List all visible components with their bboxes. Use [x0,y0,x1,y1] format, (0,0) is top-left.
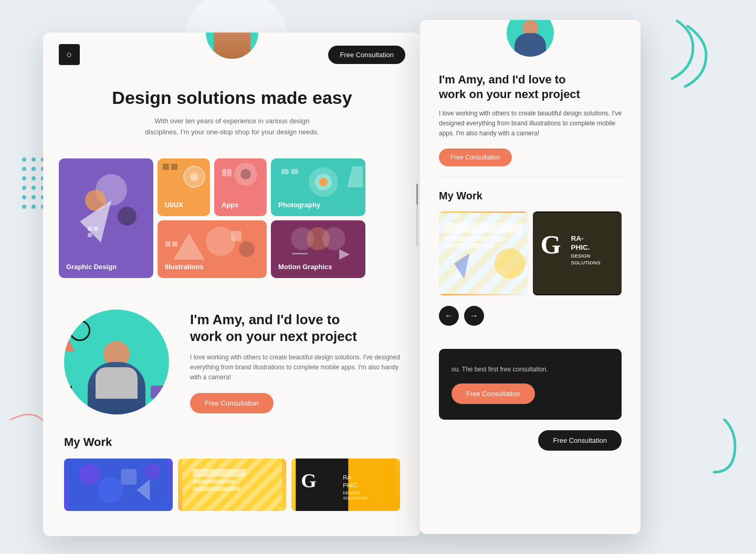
svg-point-30 [322,227,345,250]
svg-text:RA-: RA- [571,234,583,242]
sec-heading: I'm Amy, and I'd love to work on your ne… [439,72,622,101]
svg-text:G: G [301,470,317,492]
sec-work-section: My Work [420,177,640,349]
sec-cta-dark-button[interactable]: Free Consultation [452,383,535,404]
svg-rect-24 [231,231,242,241]
sec-work-grid: G RA- PHIC. DESIGN SOLUTIONS [439,211,622,295]
sec-work-img-2[interactable]: G RA- PHIC. DESIGN SOLUTIONS [533,211,622,295]
service-label-illustrations: Illustrations [165,263,204,271]
svg-point-11 [190,173,198,181]
hero-title: Design solutions made easy [85,87,379,109]
svg-rect-26 [165,241,171,247]
carousel-next-button[interactable]: → [464,306,484,326]
sec-footer-button[interactable]: Free Consultation [538,430,622,451]
service-label-photography: Photography [278,201,320,209]
my-work-section: My Work [43,425,421,521]
work-item-2[interactable] [178,459,287,511]
sec-footer-area: Free Consultation [420,430,640,451]
svg-rect-56 [444,236,505,241]
service-graphic-design[interactable]: Graphic Design [59,158,153,278]
svg-point-35 [97,477,123,503]
svg-rect-21 [291,169,298,174]
scrollbar[interactable] [416,184,418,247]
svg-text:PHIC.: PHIC. [571,243,590,251]
work-item-3[interactable]: G RA- PHIC. DESIGN SOLUTIONS [291,459,400,511]
svg-point-34 [79,464,100,485]
main-header: ○ Free Consultation [43,33,421,77]
sec-description: I love working with others to create bea… [439,109,622,139]
service-label-motion-graphics: Motion Graphics [278,263,332,271]
logo: ○ [59,44,80,65]
svg-text:SOLUTIONS: SOLUTIONS [571,260,601,265]
service-apps[interactable]: Apps [214,158,267,216]
svg-point-18 [319,178,328,186]
service-illustrations[interactable]: Illustrations [158,220,267,278]
svg-text:DESIGN: DESIGN [571,252,590,258]
svg-point-25 [239,241,255,257]
service-label-uiux: UI/UX [165,201,183,209]
hero-section: Design solutions made easy With over ten… [43,77,421,153]
svg-point-38 [144,464,160,480]
sec-work-img-1[interactable] [439,211,528,295]
svg-rect-36 [121,469,136,485]
svg-text:DESIGN: DESIGN [343,491,360,495]
amy-cta-button[interactable]: Free Consultation [190,393,274,413]
svg-text:SOLUTIONS: SOLUTIONS [343,496,368,500]
service-label-apps: Apps [222,201,239,209]
service-ui-ux[interactable]: UI/UX [158,158,210,216]
svg-rect-9 [171,164,177,170]
svg-rect-8 [163,164,169,170]
svg-rect-5 [88,227,92,231]
services-grid: Graphic Design UI/UX [43,158,421,294]
svg-point-4 [118,207,136,226]
sec-cta-button[interactable]: Free Consultation [439,148,512,166]
work-grid: G RA- PHIC. DESIGN SOLUTIONS [64,459,400,511]
work-item-1[interactable] [64,459,173,511]
secondary-card: I'm Amy, and I'd love to work on your ne… [420,20,640,534]
sec-cta-dark: ou. The best first free consultation. Fr… [439,349,622,420]
svg-point-58 [495,248,525,279]
amy-heading: I'm Amy, and I'd love to work on your ne… [190,311,400,345]
sec-cta-text: ou. The best first free consultation. [452,365,609,374]
service-photography[interactable]: Photography [271,158,365,216]
amy-description: I love working with others to create bea… [190,353,400,383]
svg-rect-43 [193,480,235,484]
svg-rect-31 [292,253,308,254]
hero-subtitle: With over ten years of experience in var… [138,116,327,138]
carousel-prev-button[interactable]: ← [439,306,459,326]
svg-rect-42 [193,469,245,477]
logo-symbol: ○ [67,49,72,60]
svg-rect-44 [193,487,240,491]
svg-marker-23 [173,233,205,260]
svg-rect-55 [444,223,523,233]
svg-rect-7 [88,233,92,237]
service-label-graphic-design: Graphic Design [66,263,117,271]
main-card: ○ Free Consultation Design solutions mad… [43,33,421,536]
svg-rect-57 [444,243,495,248]
svg-marker-32 [339,249,350,260]
header-cta-button[interactable]: Free Consultation [328,46,405,64]
my-work-title: My Work [64,435,400,449]
amy-section: I'm Amy, and I'd love to work on your ne… [43,299,421,425]
svg-point-13 [240,169,251,179]
svg-rect-27 [172,241,177,247]
sec-work-title: My Work [439,190,622,202]
svg-rect-40 [182,459,282,511]
svg-text:PHIC.: PHIC. [343,482,359,488]
svg-text:RA-: RA- [343,474,353,481]
carousel-controls: ← → [439,306,622,326]
service-motion-graphics[interactable]: Motion Graphics [271,220,365,278]
svg-rect-6 [94,227,98,231]
sec-intro-section: I'm Amy, and I'd love to work on your ne… [420,62,640,177]
svg-text:G: G [540,230,561,259]
amy-text: I'm Amy, and I'd love to work on your ne… [190,311,400,414]
svg-rect-20 [281,169,289,174]
svg-point-22 [206,227,235,256]
svg-marker-19 [347,166,363,187]
amy-avatar [64,310,169,414]
